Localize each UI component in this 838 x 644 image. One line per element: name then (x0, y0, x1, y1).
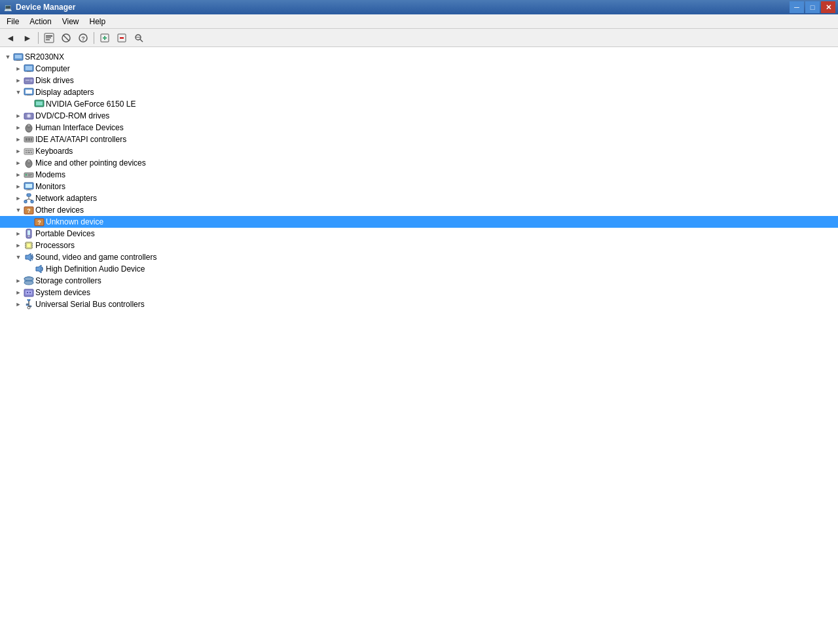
dvd-icon (24, 111, 34, 121)
svg-rect-24 (26, 80, 29, 80)
usb-icon (24, 299, 34, 310)
toolbar-disable[interactable] (58, 31, 74, 45)
modems-expand[interactable]: ► (13, 170, 24, 180)
tree-item-network[interactable]: ► Network adapters (0, 192, 838, 204)
processors-label: Processors (35, 241, 75, 250)
tree-item-usb[interactable]: ► Universal Serial Bus controllers (0, 298, 838, 310)
menu-action[interactable]: Action (24, 16, 56, 27)
tree-item-monitors[interactable]: ► Monitors (0, 181, 838, 192)
portable-expand[interactable]: ► (13, 228, 24, 239)
nvidia-icon (34, 99, 45, 109)
svg-rect-43 (27, 150, 29, 151)
system-expand[interactable]: ► (13, 287, 24, 298)
svg-rect-44 (29, 150, 31, 151)
svg-rect-41 (24, 149, 33, 154)
svg-rect-71 (27, 230, 30, 235)
unknown-icon: ? (34, 217, 45, 227)
ide-expand[interactable]: ► (13, 134, 24, 145)
close-button[interactable]: ✕ (821, 1, 835, 13)
hd-audio-icon (34, 264, 45, 274)
network-expand[interactable]: ► (13, 193, 24, 204)
sound-expand[interactable]: ▼ (13, 252, 24, 262)
display-expand[interactable]: ▼ (13, 87, 24, 98)
tree-item-portable[interactable]: ► Portable Devices (0, 228, 838, 240)
root-label: SR2030NX (25, 52, 64, 62)
mice-label: Mice and other pointing devices (35, 158, 146, 168)
menu-view[interactable]: View (57, 16, 84, 27)
tree-item-unknown-device[interactable]: ? Unknown device (0, 216, 838, 228)
usb-label: Universal Serial Bus controllers (35, 300, 145, 309)
svg-rect-57 (26, 184, 32, 188)
portable-label: Portable Devices (35, 229, 95, 238)
mice-expand[interactable]: ► (13, 158, 24, 168)
tree-item-system[interactable]: ► System devices (0, 287, 838, 298)
disk-expand[interactable]: ► (13, 75, 24, 86)
keyboards-expand[interactable]: ► (13, 146, 24, 156)
svg-rect-59 (26, 190, 31, 190)
tree-item-processors[interactable]: ► Processors (0, 240, 838, 251)
toolbar-properties[interactable] (41, 31, 57, 45)
toolbar-help[interactable]: ? (75, 31, 91, 45)
svg-line-65 (29, 199, 32, 200)
toolbar-sep-1 (38, 32, 39, 44)
usb-expand[interactable]: ► (13, 299, 24, 310)
svg-rect-26 (26, 90, 32, 94)
minimize-button[interactable]: ─ (790, 1, 804, 13)
tree-item-nvidia[interactable]: NVIDIA GeForce 6150 LE (0, 98, 838, 110)
tree-item-computer[interactable]: ► Computer (0, 63, 838, 75)
main-content[interactable]: ▼ SR2030NX ► Computer (0, 47, 838, 644)
toolbar-back[interactable]: ◄ (3, 31, 18, 45)
monitors-expand[interactable]: ► (13, 181, 24, 192)
tree-item-storage[interactable]: ► Storage controllers (0, 275, 838, 287)
svg-rect-89 (27, 292, 28, 293)
root-icon (13, 52, 24, 62)
computer-icon (24, 63, 34, 74)
processors-expand[interactable]: ► (13, 240, 24, 251)
tree-root[interactable]: ▼ SR2030NX (0, 51, 838, 63)
tree-item-sound[interactable]: ▼ Sound, video and game controllers (0, 251, 838, 263)
svg-point-85 (24, 281, 33, 285)
network-label: Network adapters (35, 194, 97, 203)
computer-expand[interactable]: ► (13, 63, 24, 74)
hid-expand[interactable]: ► (13, 122, 24, 133)
svg-rect-48 (31, 152, 32, 153)
svg-text:?: ? (27, 207, 31, 214)
other-label: Other devices (35, 206, 84, 215)
storage-expand[interactable]: ► (13, 276, 24, 286)
toolbar-uninstall[interactable] (114, 31, 130, 45)
tree-item-mice[interactable]: ► Mice and other pointing devices (0, 157, 838, 169)
sound-label: Sound, video and game controllers (35, 253, 156, 262)
maximize-button[interactable]: □ (805, 1, 820, 13)
network-icon (24, 193, 34, 204)
svg-line-5 (64, 35, 69, 41)
hd-audio-label: High Definition Audio Device (46, 264, 145, 274)
svg-rect-58 (27, 189, 30, 190)
tree-item-human-interface[interactable]: ► Human Interface Devices (0, 122, 838, 134)
dvd-expand[interactable]: ► (13, 111, 24, 121)
modems-label: Modems (35, 170, 65, 179)
toolbar-update[interactable] (97, 31, 113, 45)
toolbar-forward[interactable]: ► (20, 31, 35, 45)
svg-rect-39 (28, 138, 30, 141)
nvidia-label: NVIDIA GeForce 6150 LE (46, 99, 136, 109)
tree-item-dvd[interactable]: ► DVD/CD-ROM drives (0, 110, 838, 122)
other-expand[interactable]: ▼ (13, 205, 24, 215)
tree-item-ide[interactable]: ► IDE ATA/ATAPI controllers (0, 134, 838, 145)
svg-rect-74 (27, 243, 31, 247)
svg-marker-81 (26, 253, 31, 261)
root-expand[interactable]: ▼ (3, 52, 13, 62)
tree-item-other-devices[interactable]: ▼ ? Other devices (0, 204, 838, 216)
system-icon (24, 287, 34, 298)
ide-label: IDE ATA/ATAPI controllers (35, 135, 126, 144)
tree-item-display-adapters[interactable]: ▼ Display adapters (0, 86, 838, 98)
tree-item-hd-audio[interactable]: High Definition Audio Device (0, 263, 838, 275)
tree-item-modems[interactable]: ► Modems (0, 169, 838, 181)
toolbar-scan[interactable] (131, 31, 147, 45)
svg-rect-46 (26, 152, 27, 153)
svg-rect-47 (27, 152, 30, 153)
menu-file[interactable]: File (1, 16, 24, 27)
menu-help[interactable]: Help (84, 16, 111, 27)
tree-item-disk-drives[interactable]: ► Disk drives (0, 75, 838, 86)
tree-item-keyboards[interactable]: ► Keyboards (0, 145, 838, 157)
modems-icon (24, 170, 34, 180)
